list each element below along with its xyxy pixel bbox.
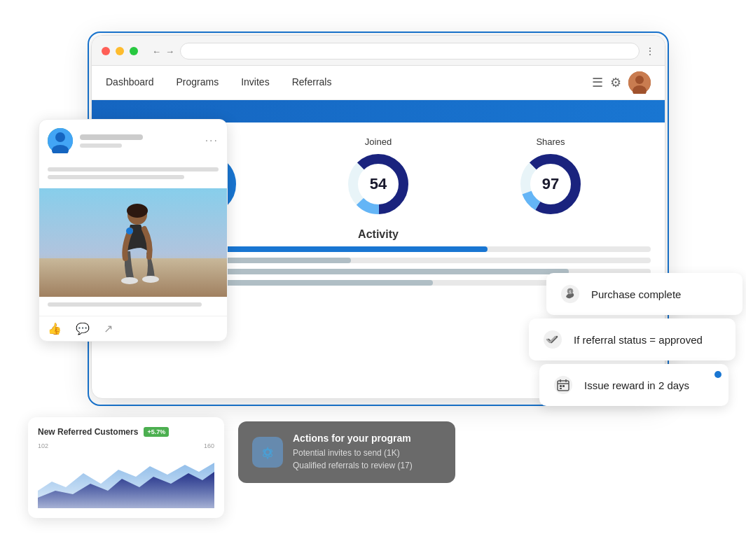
user-avatar[interactable] xyxy=(628,71,651,94)
svg-point-20 xyxy=(142,276,159,283)
svg-rect-30 xyxy=(560,385,562,387)
nav-dashboard[interactable]: Dashboard xyxy=(106,76,154,89)
chart-area xyxy=(38,452,214,508)
purchase-icon: $ xyxy=(558,281,583,307)
browser-chrome: ← → ⋮ xyxy=(92,36,665,66)
close-dot[interactable] xyxy=(102,47,110,55)
content-line-1 xyxy=(48,167,219,172)
actions-gear-icon xyxy=(252,437,283,468)
shares-label: Shares xyxy=(519,136,582,147)
actions-line-1: Potential invites to send (1K) xyxy=(293,447,413,459)
actions-card: Actions for your program Potential invit… xyxy=(238,421,455,483)
maximize-dot[interactable] xyxy=(130,47,138,55)
referral-icon xyxy=(540,327,565,352)
back-button[interactable]: ← xyxy=(152,46,161,57)
social-post-image xyxy=(39,188,227,297)
shares-donut: 97 xyxy=(519,153,582,216)
chart-badge: +5.7% xyxy=(144,427,169,437)
menu-icon[interactable]: ☰ xyxy=(592,75,603,90)
social-card-header: ··· xyxy=(39,120,227,162)
browser-menu-bar: Dashboard Programs Invites Referrals ☰ ⚙ xyxy=(92,66,665,100)
chart-title: New Referred Customers xyxy=(38,427,138,437)
browser-more-button[interactable]: ⋮ xyxy=(645,46,655,57)
settings-icon[interactable]: ⚙ xyxy=(610,75,621,90)
notification-reward: Issue reward in 2 days xyxy=(539,364,728,406)
nav-referrals[interactable]: Referrals xyxy=(292,76,332,89)
chart-card: New Referred Customers +5.7% 102 160 xyxy=(28,417,224,518)
comment-button[interactable]: 💬 xyxy=(76,322,90,335)
browser-controls: ← → ⋮ xyxy=(102,43,655,59)
purchase-text: Purchase complete xyxy=(591,288,681,300)
social-bottom-text xyxy=(39,297,227,316)
svg-text:$: $ xyxy=(569,290,572,294)
actions-title: Actions for your program xyxy=(293,433,413,444)
nav-items: Dashboard Programs Invites Referrals xyxy=(106,76,331,89)
joined-value: 54 xyxy=(370,175,387,193)
joined-label: Joined xyxy=(347,136,410,147)
chart-header: New Referred Customers +5.7% xyxy=(38,427,214,437)
like-button[interactable]: 👍 xyxy=(48,322,62,335)
referral-text: If referral status = approved xyxy=(574,334,703,346)
svg-point-13 xyxy=(55,132,65,142)
actions-line-2: Qualified referrals to review (17) xyxy=(293,459,413,472)
name-line-2 xyxy=(80,144,122,148)
name-line-1 xyxy=(80,134,143,140)
svg-point-19 xyxy=(121,277,138,284)
svg-point-18 xyxy=(127,204,148,218)
social-more-button[interactable]: ··· xyxy=(205,134,219,147)
browser-nav: ← → xyxy=(152,46,174,57)
actions-text-block: Actions for your program Potential invit… xyxy=(293,433,413,472)
svg-rect-32 xyxy=(560,388,562,389)
svg-point-1 xyxy=(635,76,644,84)
nav-invites[interactable]: Invites xyxy=(241,76,269,89)
reward-icon xyxy=(551,372,576,398)
social-card: ··· xyxy=(39,119,228,342)
connection-dot-left xyxy=(126,227,133,234)
nav-programs[interactable]: Programs xyxy=(177,76,219,89)
notification-referral: If referral status = approved xyxy=(529,318,735,360)
social-text-preview xyxy=(39,162,227,188)
reward-text: Issue reward in 2 days xyxy=(584,379,689,391)
chart-axis-left: 102 xyxy=(38,442,48,449)
chart-axis: 102 160 xyxy=(38,442,214,449)
share-button[interactable]: ↗ xyxy=(104,322,113,335)
stat-joined: Joined 54 xyxy=(347,136,410,216)
social-user-avatar xyxy=(48,128,73,153)
address-bar[interactable] xyxy=(180,43,640,59)
minimize-dot[interactable] xyxy=(116,47,124,55)
social-name-lines xyxy=(80,134,198,148)
content-line-3 xyxy=(48,302,202,307)
joined-donut: 54 xyxy=(347,153,410,216)
forward-button[interactable]: → xyxy=(165,46,174,57)
notification-purchase: $ Purchase complete xyxy=(546,273,742,315)
connection-dot-right xyxy=(714,371,721,378)
browser-icons: ☰ ⚙ xyxy=(592,71,651,94)
svg-rect-31 xyxy=(562,385,565,387)
chart-axis-right: 160 xyxy=(204,442,214,449)
social-actions: 👍 💬 ↗ xyxy=(39,316,227,341)
stat-shares: Shares 97 xyxy=(519,136,582,216)
shares-value: 97 xyxy=(542,175,559,193)
content-line-2 xyxy=(48,175,184,179)
